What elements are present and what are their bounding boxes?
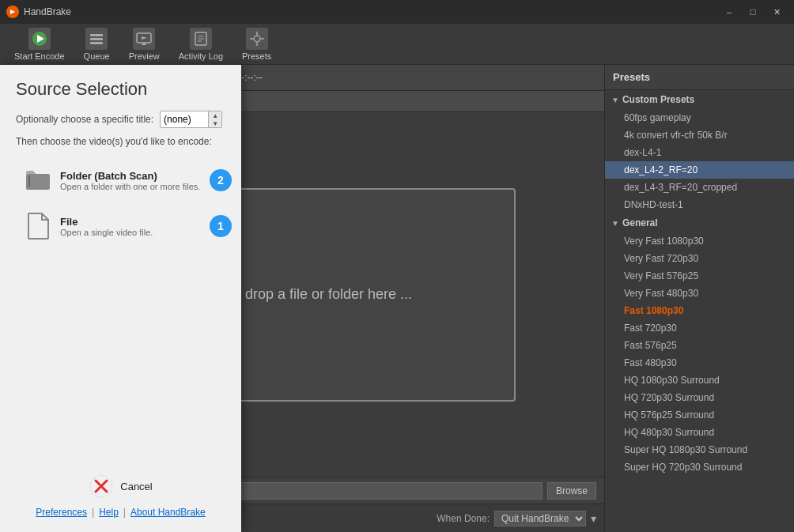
source-panel-title: Source Selection: [16, 79, 225, 100]
svg-rect-4: [90, 38, 103, 40]
preset-item[interactable]: Very Fast 720p30: [605, 250, 794, 267]
folder-option-desc: Open a folder with one or more files.: [60, 182, 200, 191]
titlebar: HandBrake – □ ✕: [0, 0, 794, 24]
svg-rect-8: [142, 43, 146, 45]
title-select-wrap: ▲ ▼: [160, 111, 222, 128]
file-option-desc: Open a single video file.: [60, 228, 153, 237]
drop-zone-text: Or drop a file or folder here ...: [225, 286, 412, 303]
separator-2: |: [123, 507, 126, 518]
file-icon: [24, 212, 52, 240]
preview-icon: [133, 28, 155, 50]
folder-option[interactable]: Folder (Batch Scan) Open a folder with o…: [16, 160, 225, 201]
presets-header: Presets: [605, 65, 794, 90]
titlebar-left: HandBrake: [6, 6, 71, 18]
source-title-row: Optionally choose a specific title: ▲ ▼: [16, 111, 225, 128]
file-option-label: File: [60, 216, 153, 228]
title-spinner-up[interactable]: ▲: [209, 111, 221, 119]
preset-item[interactable]: HQ 720p30 Surround: [605, 389, 794, 406]
file-option[interactable]: File Open a single video file. 1: [16, 206, 225, 247]
preset-item[interactable]: Fast 720p30: [605, 319, 794, 337]
queue-icon: [85, 28, 108, 50]
about-link[interactable]: About HandBrake: [130, 507, 206, 518]
file-option-text: File Open a single video file.: [60, 216, 153, 237]
when-done-label: When Done:: [437, 513, 490, 524]
start-encode-icon: [28, 28, 51, 50]
folder-option-label: Folder (Batch Scan): [60, 170, 200, 182]
preset-item[interactable]: 60fps gameplay: [605, 109, 794, 126]
when-done-select[interactable]: Quit HandBrake Do Nothing Sleep Shutdown: [494, 511, 586, 526]
general-group-label: General: [622, 217, 658, 228]
svg-point-13: [254, 36, 260, 42]
maximize-button[interactable]: □: [742, 4, 764, 20]
presets-panel: Presets ▼ Custom Presets 60fps gameplay …: [604, 65, 794, 532]
general-presets-group[interactable]: ▼ General: [605, 213, 794, 232]
minimize-button[interactable]: –: [718, 4, 740, 20]
app-icon: [6, 6, 19, 18]
titlebar-controls: – □ ✕: [718, 4, 788, 20]
duration-value: --:--:--: [238, 72, 263, 83]
when-done-chevron[interactable]: ▾: [591, 512, 596, 525]
folder-badge: 2: [210, 169, 232, 191]
preset-item[interactable]: dex_L4-3_RF=20_cropped: [605, 179, 794, 196]
preset-item[interactable]: HQ 1080p30 Surround: [605, 372, 794, 389]
cancel-label: Cancel: [120, 481, 152, 492]
source-subtitle: Then choose the video(s) you'd like to e…: [16, 136, 225, 147]
custom-group-arrow: ▼: [611, 96, 619, 104]
title-select-input[interactable]: [161, 112, 208, 126]
svg-rect-3: [90, 34, 103, 36]
activity-log-icon: [190, 28, 212, 50]
svg-rect-5: [90, 42, 103, 44]
preset-item[interactable]: Fast 480p30: [605, 354, 794, 372]
preset-item[interactable]: Very Fast 576p25: [605, 267, 794, 285]
footer-links: Preferences | Help | About HandBrake: [36, 507, 205, 518]
main-container: Range: Chapters ▼ 1▼ - 1▼ Duration: --:-…: [0, 65, 794, 532]
general-group-arrow: ▼: [611, 219, 619, 228]
file-badge: 1: [210, 215, 232, 237]
queue-button[interactable]: Queue: [78, 25, 116, 64]
preset-item[interactable]: Super HQ 720p30 Surround: [605, 458, 794, 476]
preset-item[interactable]: dex_L4-2_RF=20: [605, 161, 794, 179]
separator-1: |: [92, 507, 94, 518]
title-spinner-down[interactable]: ▼: [209, 119, 221, 127]
presets-button[interactable]: Presets: [236, 25, 278, 64]
preset-item[interactable]: 4k convert vfr-cfr 50k B/r: [605, 126, 794, 144]
folder-option-text: Folder (Batch Scan) Open a folder with o…: [60, 170, 200, 191]
svg-marker-7: [142, 36, 147, 40]
source-panel-footer: Cancel Preferences | Help | About HandBr…: [16, 474, 225, 518]
preset-item[interactable]: HQ 480p30 Surround: [605, 424, 794, 441]
help-link[interactable]: Help: [99, 507, 119, 518]
titlebar-title: HandBrake: [24, 6, 71, 17]
title-choose-label: Optionally choose a specific title:: [16, 114, 153, 125]
preset-item[interactable]: HQ 576p25 Surround: [605, 406, 794, 424]
browse-button[interactable]: Browse: [547, 482, 596, 500]
preset-item[interactable]: dex-L4-1: [605, 144, 794, 161]
preset-item[interactable]: Super HQ 1080p30 Surround: [605, 441, 794, 458]
source-selection-panel: Source Selection Optionally choose a spe…: [0, 65, 241, 532]
custom-group-label: Custom Presets: [622, 94, 694, 105]
folder-icon: [24, 166, 52, 194]
preset-item[interactable]: Very Fast 1080p30: [605, 232, 794, 250]
close-button[interactable]: ✕: [766, 4, 788, 20]
cancel-icon: [89, 474, 114, 499]
preset-item-fast-1080p30[interactable]: Fast 1080p30: [605, 302, 794, 319]
presets-icon: [246, 28, 268, 50]
preferences-link[interactable]: Preferences: [36, 507, 87, 518]
toolbar: Start Encode Queue Preview: [0, 24, 794, 65]
preset-item[interactable]: Very Fast 480p30: [605, 285, 794, 302]
cancel-button[interactable]: Cancel: [89, 474, 152, 499]
activity-log-button[interactable]: Activity Log: [172, 25, 229, 64]
preview-button[interactable]: Preview: [123, 25, 166, 64]
svg-rect-19: [28, 175, 30, 187]
title-spinners: ▲ ▼: [208, 111, 221, 127]
preset-item[interactable]: DNxHD-test-1: [605, 196, 794, 213]
custom-presets-group[interactable]: ▼ Custom Presets: [605, 90, 794, 109]
start-encode-button[interactable]: Start Encode: [8, 25, 71, 64]
preset-item[interactable]: Fast 576p25: [605, 337, 794, 354]
